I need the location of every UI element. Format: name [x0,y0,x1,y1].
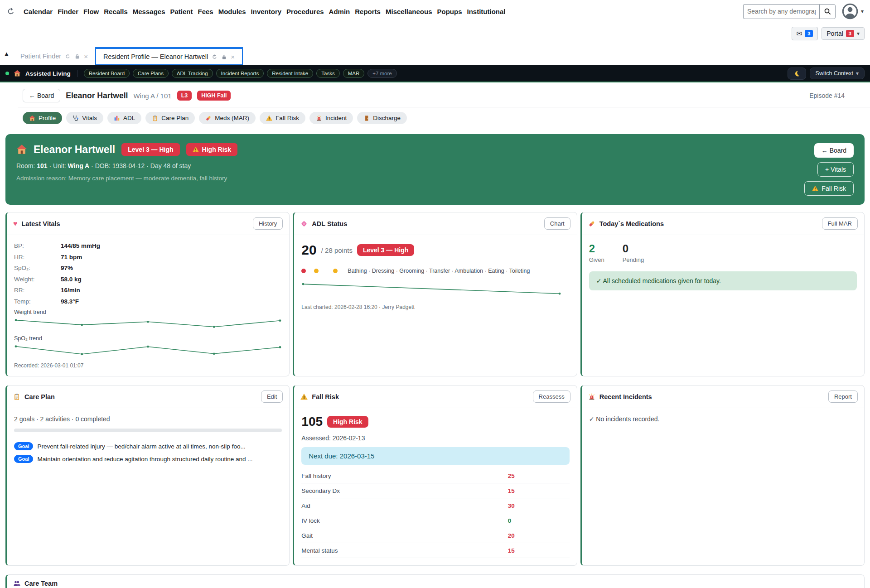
nav-item-recalls[interactable]: Recalls [104,8,128,15]
portal-button[interactable]: Portal 3 ▾ [822,27,865,40]
pill-adl-tracking[interactable]: ADL Tracking [172,69,213,78]
fall-risk-score: 105 [301,414,323,429]
top-right-controls: ▾ [743,3,864,19]
user-menu[interactable]: ▾ [842,3,864,19]
tab-discharge[interactable]: Discharge [357,112,407,124]
card-title: Today`s Medications [599,220,664,227]
pill-more[interactable]: +7 more [367,69,397,78]
tab-fall-risk[interactable]: Fall Risk [260,112,305,124]
pill-care-plans[interactable]: Care Plans [133,69,169,78]
care-plan-summary: 2 goals · 2 activities · 0 completed [14,415,282,423]
context-bar: Assisted Living Resident Board Care Plan… [0,65,870,82]
lock-icon[interactable] [74,53,80,59]
mail-button[interactable]: ✉ 3 [792,27,818,40]
given-stat: 2 Given [589,242,604,263]
assessed-date: Assessed: 2026-02-13 [301,434,569,442]
no-incidents-message: ✓ No incidents recorded. [589,415,857,423]
reassess-button[interactable]: Reassess [533,390,570,403]
tab-incident[interactable]: Incident [309,112,353,124]
episode-number: Episode #14 [809,92,845,99]
nav-item-institutional[interactable]: Institutional [467,8,506,15]
nav-item-reports[interactable]: Reports [355,8,381,15]
warning-icon [300,393,308,400]
goal-item: Goal Prevent fall-related injury — bed/c… [14,442,282,450]
nav-item-modules[interactable]: Modules [218,8,246,15]
spo2-trend-sparkline [14,342,282,358]
stethoscope-icon [72,115,79,121]
factor-row: IV lock0 [301,513,569,528]
search-button[interactable] [819,4,836,19]
adl-status-card: ADL Status Chart 20 / 28 points Level 3 … [293,212,577,376]
app-refresh-icon[interactable] [6,7,15,16]
nav-item-finder[interactable]: Finder [58,8,78,15]
tab-profile[interactable]: Profile [23,112,62,124]
vital-row: BP:144/85 mmHg [14,242,282,249]
resident-hero-banner: Eleanor Hartwell Level 3 — High High Ris… [5,134,865,205]
full-mar-button[interactable]: Full MAR [822,217,858,230]
theme-toggle-button[interactable] [788,67,806,80]
refresh-icon[interactable] [65,53,71,59]
tab-patient-finder[interactable]: Patient Finder × [13,47,95,65]
heart-icon: ♥ [13,220,18,228]
pill-resident-board[interactable]: Resident Board [84,69,130,78]
nav-item-admin[interactable]: Admin [329,8,350,15]
hero-fall-risk-button[interactable]: Fall Risk [804,181,854,196]
nav-item-inventory[interactable]: Inventory [251,8,282,15]
factor-row: Fall history25 [301,468,569,483]
nav-item-fees[interactable]: Fees [198,8,213,15]
pill-resident-intake[interactable]: Resident Intake [267,69,313,78]
tab-meds-mar[interactable]: Meds (MAR) [199,112,256,124]
adl-score: 20 [301,242,316,258]
tab-vitals[interactable]: Vitals [66,112,103,124]
goal-item: Goal Maintain orientation and reduce agi… [14,455,282,463]
tab-resident-profile[interactable]: Resident Profile — Eleanor Hartwell × [95,47,243,65]
pill-tasks[interactable]: Tasks [316,69,339,78]
vitals-history-button[interactable]: History [253,217,283,230]
nav-item-procedures[interactable]: Procedures [286,8,324,15]
tab-label: Profile [39,115,56,121]
adl-level-badge: Level 3 — High [357,244,414,256]
search-box [743,4,836,19]
pill-incident-reports[interactable]: Incident Reports [216,69,264,78]
resident-tabs: Profile Vitals ADL Care Plan Meds (MAR) … [18,107,870,130]
house-icon [16,144,27,155]
fall-risk-factors-table: Fall history25 Secondary Dx15 Aid30 IV l… [301,468,569,558]
hero-add-vitals-button[interactable]: + Vitals [817,162,854,177]
nav-item-messages[interactable]: Messages [133,8,165,15]
nav-item-popups[interactable]: Popups [437,8,462,15]
tab-label: Vitals [82,115,97,121]
tab-care-plan[interactable]: Care Plan [145,112,195,124]
pill-mar[interactable]: MAR [343,69,365,78]
goal-text: Prevent fall-related injury — bed/chair … [37,443,245,450]
switch-context-button[interactable]: Switch Context ▾ [810,67,865,79]
hero-level-badge-label: Level 3 — High [128,146,173,153]
warning-icon [812,185,818,192]
pending-count: 0 [623,242,644,255]
refresh-icon[interactable] [212,54,218,60]
care-plan-progress-bar [14,429,282,432]
adl-dot-yellow [314,269,319,273]
incident-report-button[interactable]: Report [828,390,858,403]
search-input[interactable] [743,4,819,19]
hero-board-button[interactable]: ← Board [814,143,854,158]
tab-adl[interactable]: ADL [107,112,141,124]
adl-chart-button[interactable]: Chart [544,217,570,230]
nav-item-patient[interactable]: Patient [170,8,193,15]
gem-icon [300,220,308,227]
close-icon[interactable]: × [84,53,88,60]
care-plan-edit-button[interactable]: Edit [261,390,283,403]
tab-label: Patient Finder [20,53,61,60]
search-icon [824,8,831,15]
lock-icon[interactable] [221,54,227,60]
house-icon [14,70,21,77]
collapse-tabs-icon[interactable]: ▲ [4,50,10,57]
back-to-board-button[interactable]: ← Board [23,89,60,102]
close-icon[interactable]: × [231,53,235,61]
siren-icon [588,393,595,400]
room-number: 101 [37,162,47,169]
nav-item-miscellaneous[interactable]: Miscellaneous [386,8,432,15]
nav-item-flow[interactable]: Flow [83,8,99,15]
next-due-alert: Next due: 2026-03-15 [301,447,569,465]
envelope-icon: ✉ [797,29,802,38]
nav-item-calendar[interactable]: Calendar [24,8,53,15]
